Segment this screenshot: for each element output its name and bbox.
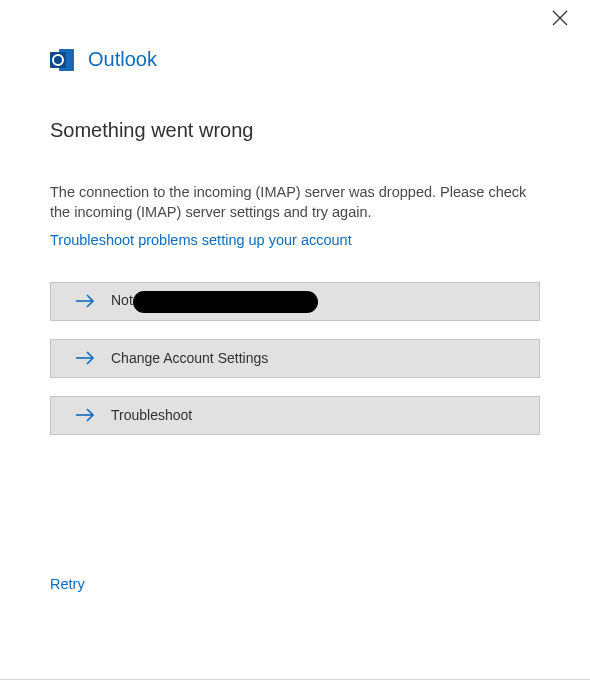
troubleshoot-help-link[interactable]: Troubleshoot problems setting up your ac… bbox=[50, 232, 352, 248]
redacted-email bbox=[133, 291, 318, 313]
app-name: Outlook bbox=[88, 48, 157, 71]
not-account-button[interactable]: Not bbox=[50, 282, 540, 321]
change-settings-label: Change Account Settings bbox=[111, 350, 268, 366]
error-message: The connection to the incoming (IMAP) se… bbox=[50, 182, 540, 223]
troubleshoot-button[interactable]: Troubleshoot bbox=[50, 396, 540, 435]
dialog-title: Something went wrong bbox=[50, 119, 540, 142]
arrow-right-icon bbox=[75, 408, 95, 422]
app-header: Outlook bbox=[50, 48, 540, 71]
divider bbox=[0, 679, 590, 680]
dialog-content: Outlook Something went wrong The connect… bbox=[0, 0, 590, 435]
not-account-label: Not bbox=[111, 290, 318, 312]
change-account-settings-button[interactable]: Change Account Settings bbox=[50, 339, 540, 378]
troubleshoot-label: Troubleshoot bbox=[111, 407, 192, 423]
outlook-icon bbox=[50, 49, 74, 71]
close-button[interactable] bbox=[552, 10, 568, 26]
retry-link[interactable]: Retry bbox=[50, 576, 85, 592]
arrow-right-icon bbox=[75, 294, 95, 308]
arrow-right-icon bbox=[75, 351, 95, 365]
close-icon bbox=[552, 10, 568, 26]
